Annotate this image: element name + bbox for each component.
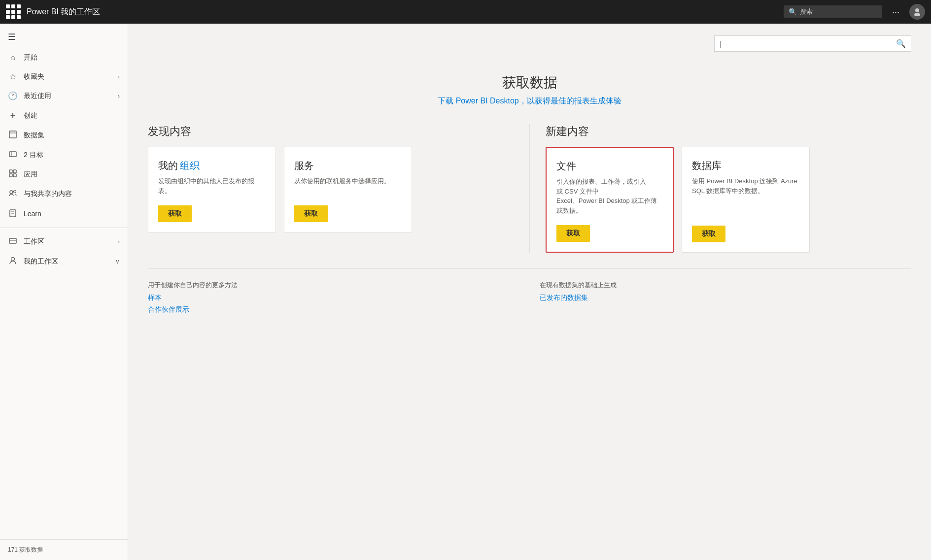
- svg-point-10: [10, 191, 13, 194]
- sample-link[interactable]: 样本: [148, 294, 520, 302]
- database-card-title: 数据库: [692, 159, 799, 172]
- svg-rect-15: [9, 238, 16, 243]
- bottom-left-title: 用于创建你自己内容的更多方法: [148, 281, 520, 290]
- star-icon: ☆: [8, 72, 18, 81]
- sidebar-item-learn[interactable]: Learn: [0, 204, 128, 224]
- chevron-down-icon: ∨: [115, 258, 120, 265]
- section-divider: [529, 124, 530, 253]
- sidebar-item-workspaces[interactable]: 工作区 ›: [0, 232, 128, 252]
- my-org-card-desc: 发现由组织中的其他人已发布的报表。: [158, 176, 266, 196]
- chevron-right-icon: ›: [118, 73, 120, 80]
- topnav-search-button[interactable]: 🔍 搜索: [784, 5, 882, 18]
- files-get-button[interactable]: 获取: [556, 225, 590, 242]
- goals-icon: [8, 150, 18, 160]
- chevron-right-icon: ›: [118, 238, 120, 245]
- page-title: 获取数据: [148, 73, 911, 92]
- sidebar-item-datasets[interactable]: 数据集: [0, 126, 128, 145]
- sidebar-item-label: Learn: [24, 210, 41, 218]
- search-icon: 🔍: [789, 8, 797, 16]
- database-get-button[interactable]: 获取: [692, 226, 725, 242]
- services-get-button[interactable]: 获取: [294, 205, 328, 222]
- more-options-button[interactable]: ···: [888, 7, 903, 17]
- sidebar-item-favorites[interactable]: ☆ 收藏夹 ›: [0, 67, 128, 86]
- shared-icon: [8, 189, 18, 199]
- sidebar-item-label: 创建: [24, 111, 37, 120]
- sidebar-divider: [0, 228, 128, 228]
- user-avatar[interactable]: [909, 4, 925, 20]
- sidebar-item-create[interactable]: + 创建: [0, 105, 128, 126]
- my-org-card: 我的组织 发现由组织中的其他人已发布的报表。 获取: [148, 147, 276, 232]
- workspace-icon: [8, 237, 18, 247]
- database-card: 数据库 使用 Power BI Desktop 连接到 Azure SQL 数据…: [682, 147, 810, 253]
- card-title-plain: 服务: [294, 159, 314, 172]
- partner-link[interactable]: 合作伙伴展示: [148, 305, 520, 314]
- home-icon: ⌂: [8, 53, 18, 62]
- sidebar-item-recent[interactable]: 🕐 最近使用 ›: [0, 86, 128, 105]
- files-card: 文件 引入你的报表、工作薄，或引入或 CSV 文件中Excel、Power BI…: [546, 147, 674, 253]
- files-card-title: 文件: [556, 160, 663, 173]
- services-card-desc: 从你使用的联机服务中选择应用。: [294, 176, 402, 196]
- bottom-right: 在现有数据集的基础上生成 已发布的数据集: [540, 281, 912, 317]
- svg-point-17: [11, 258, 15, 261]
- sidebar-footer: 171 获取数据: [0, 539, 128, 560]
- published-datasets-link[interactable]: 已发布的数据集: [540, 294, 912, 302]
- topnav: Power BI 我的工作区 🔍 搜索 ···: [0, 0, 931, 24]
- svg-rect-9: [13, 174, 16, 177]
- main-search-bar[interactable]: 🔍: [714, 35, 911, 52]
- new-section-title: 新建内容: [546, 124, 911, 139]
- discover-section-title: 发现内容: [148, 124, 514, 139]
- sidebar: ☰ ⌂ 开始 ☆ 收藏夹 › 🕐 最近使用 › + 创建 数据集: [0, 24, 128, 560]
- my-org-get-button[interactable]: 获取: [158, 205, 192, 222]
- card-title-plain: 我的: [158, 159, 178, 172]
- apps-icon: [8, 169, 18, 179]
- hamburger-menu-button[interactable]: ☰: [0, 28, 128, 48]
- search-icon: 🔍: [896, 39, 906, 48]
- dataset-icon: [8, 131, 18, 140]
- clock-icon: 🕐: [8, 91, 18, 100]
- services-card-title: 服务: [294, 159, 402, 172]
- services-card: 服务 从你使用的联机服务中选择应用。 获取: [284, 147, 412, 232]
- svg-rect-6: [9, 170, 12, 173]
- sidebar-item-label: 收藏夹: [24, 72, 44, 81]
- main-search-input[interactable]: [720, 40, 892, 48]
- footer-text: 171 获取数据: [8, 546, 43, 553]
- svg-rect-7: [13, 170, 16, 173]
- sidebar-item-label: 我的工作区: [24, 257, 58, 266]
- bottom-left: 用于创建你自己内容的更多方法 样本 合作伙伴展示: [148, 281, 520, 317]
- svg-rect-2: [9, 131, 16, 138]
- svg-rect-8: [9, 174, 12, 177]
- sidebar-item-label: 数据集: [24, 131, 44, 140]
- sidebar-item-label: 2 目标: [24, 151, 43, 160]
- svg-point-11: [14, 191, 16, 193]
- sidebar-item-home[interactable]: ⌂ 开始: [0, 48, 128, 67]
- bottom-right-title: 在现有数据集的基础上生成: [540, 281, 912, 290]
- svg-rect-4: [9, 152, 16, 157]
- myworkspace-icon: [8, 257, 18, 266]
- my-org-card-title: 我的组织: [158, 159, 266, 172]
- sidebar-item-label: 与我共享的内容: [24, 190, 72, 198]
- card-title-highlight: 组织: [180, 159, 200, 172]
- database-card-desc: 使用 Power BI Desktop 连接到 Azure SQL 数据库等中的…: [692, 176, 799, 216]
- sidebar-item-goals[interactable]: 2 目标: [0, 145, 128, 165]
- sidebar-item-label: 最近使用: [24, 92, 51, 100]
- svg-point-0: [915, 8, 919, 12]
- card-title-plain: 文件: [556, 160, 576, 173]
- sidebar-item-shared[interactable]: 与我共享的内容: [0, 184, 128, 204]
- sidebar-item-label: 应用: [24, 170, 37, 179]
- svg-point-1: [914, 13, 920, 16]
- files-card-desc: 引入你的报表、工作薄，或引入或 CSV 文件中Excel、Power BI De…: [556, 177, 663, 215]
- app-title: Power BI 我的工作区: [27, 7, 778, 17]
- page-subtitle: 下载 Power BI Desktop，以获得最佳的报表生成体验: [148, 96, 911, 106]
- sidebar-item-label: 工作区: [24, 237, 44, 246]
- learn-icon: [8, 209, 18, 219]
- sidebar-item-label: 开始: [24, 53, 37, 62]
- sidebar-item-myworkspace[interactable]: 我的工作区 ∨: [0, 252, 128, 271]
- card-title-plain: 数据库: [692, 159, 722, 172]
- plus-icon: +: [8, 110, 18, 121]
- main-content: 🔍 获取数据 下载 Power BI Desktop，以获得最佳的报表生成体验 …: [128, 24, 931, 560]
- app-launcher-button[interactable]: [6, 4, 21, 19]
- topnav-search-label: 搜索: [800, 7, 813, 16]
- sidebar-item-apps[interactable]: 应用: [0, 165, 128, 184]
- chevron-right-icon: ›: [118, 93, 120, 99]
- new-section: 新建内容 文件 引入你的报表、工作薄，或引入或 CSV 文件中Excel、Pow…: [546, 124, 911, 253]
